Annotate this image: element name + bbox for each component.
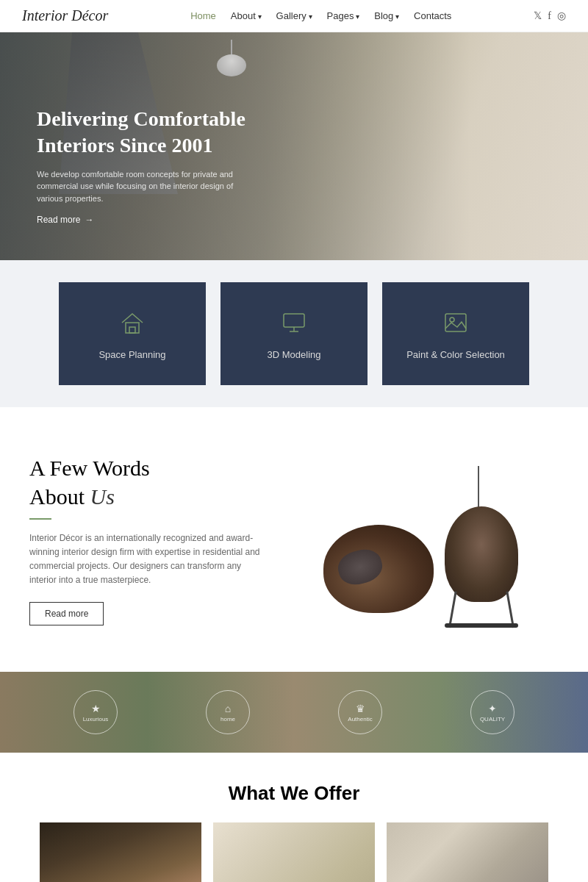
offer-section: What We Offer Interior Design Services R… — [0, 753, 588, 882]
offer-card-1[interactable]: Residential & Commercial Furniture New &… — [213, 822, 375, 882]
nav-gallery[interactable]: Gallery — [276, 10, 312, 21]
service-card-1[interactable]: 3D Modeling — [220, 282, 368, 385]
badge-0: ★ Luxurious — [74, 690, 118, 734]
nav-about[interactable]: About — [231, 10, 262, 21]
about-text: A Few Words About Us Interior Décor is a… — [29, 453, 265, 626]
hero-readmore-link[interactable]: Read more — [37, 215, 257, 225]
nav-links: Home About Gallery Pages Blog Contacts — [190, 10, 451, 21]
offer-heading: What We Offer — [29, 782, 559, 805]
chair-base — [445, 623, 518, 628]
navigation: Interior Décor Home About Gallery Pages … — [0, 0, 588, 32]
hero-heading: Delivering Comfortable Interiors Since 2… — [37, 106, 257, 159]
badge-icon-0: ★ — [91, 703, 101, 714]
chair-leg-1 — [448, 591, 457, 628]
about-heading: A Few Words About Us — [29, 453, 265, 511]
chair-body — [445, 506, 518, 602]
chair-leg-2 — [506, 591, 514, 628]
service-card-2[interactable]: Paint & Color Selection — [382, 282, 529, 385]
service-label-0: Space Planning — [98, 349, 165, 360]
hero-description: We develop comfortable room concepts for… — [37, 168, 257, 205]
badge-label-3: QUALITY — [480, 716, 505, 723]
about-accent-line — [29, 518, 51, 520]
svg-rect-0 — [126, 323, 139, 333]
svg-rect-2 — [284, 314, 304, 327]
svg-rect-5 — [445, 314, 466, 331]
house-icon — [118, 308, 147, 337]
nav-social: 𝕏 f ◎ — [534, 10, 566, 22]
service-label-1: 3D Modeling — [268, 349, 321, 360]
twitter-icon[interactable]: 𝕏 — [534, 10, 542, 22]
about-body: Interior Décor is an internationally rec… — [29, 531, 265, 588]
badge-label-2: Authentic — [348, 716, 372, 723]
about-furniture-image — [279, 451, 559, 628]
services-section: Space Planning 3D Modeling Paint & Color… — [0, 260, 588, 407]
pendant-light — [217, 40, 246, 76]
badge-icon-3: ✦ — [488, 703, 497, 714]
badge-label-0: Luxurious — [83, 716, 109, 723]
chair-cord — [478, 466, 479, 510]
about-section: A Few Words About Us Interior Décor is a… — [0, 407, 588, 672]
service-card-0[interactable]: Space Planning — [59, 282, 206, 385]
logo[interactable]: Interior Décor — [22, 7, 108, 24]
badge-3: ✦ QUALITY — [470, 690, 514, 734]
hero-content: Delivering Comfortable Interiors Since 2… — [37, 106, 257, 225]
badge-1: ⌂ home — [206, 690, 250, 734]
nav-pages[interactable]: Pages — [327, 10, 360, 21]
nav-contacts[interactable]: Contacts — [414, 10, 451, 21]
nav-blog[interactable]: Blog — [374, 10, 399, 21]
badge-2: ♛ Authentic — [338, 690, 382, 734]
offer-card-0[interactable]: Interior Design Services Residential Int… — [40, 822, 201, 882]
nav-home[interactable]: Home — [190, 10, 216, 21]
instagram-icon[interactable]: ◎ — [557, 10, 566, 22]
offer-image-2 — [387, 822, 548, 882]
svg-point-6 — [450, 318, 454, 322]
egg-chair — [434, 466, 529, 628]
badge-icon-2: ♛ — [356, 703, 365, 714]
offer-grid: Interior Design Services Residential Int… — [29, 822, 559, 882]
service-label-2: Paint & Color Selection — [406, 349, 505, 360]
facebook-icon[interactable]: f — [548, 10, 551, 22]
badge-icon-1: ⌂ — [225, 703, 231, 714]
svg-rect-1 — [129, 327, 135, 333]
offer-card-2[interactable]: Consultations Interior Design Consulting… — [387, 822, 548, 882]
image-icon — [441, 308, 470, 337]
about-readmore-button[interactable]: Read more — [29, 602, 104, 625]
monitor-icon — [279, 308, 309, 337]
badge-label-1: home — [220, 716, 235, 723]
badges-strip: ★ Luxurious ⌂ home ♛ Authentic ✦ QUALITY — [0, 672, 588, 753]
offer-image-1 — [213, 822, 375, 882]
offer-image-0 — [40, 822, 201, 882]
hero-section: Delivering Comfortable Interiors Since 2… — [0, 32, 588, 260]
